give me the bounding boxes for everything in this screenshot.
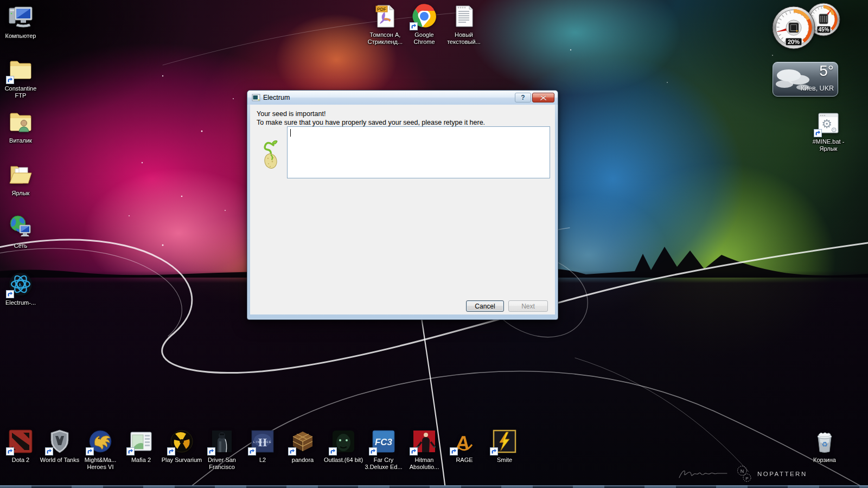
desktop-icon-driver-san-francisco[interactable]: Driver San Francisco bbox=[201, 428, 242, 471]
desktop-icon-yarlyk-folder[interactable]: Ярлык bbox=[0, 162, 41, 197]
monogram-n: N bbox=[741, 468, 744, 474]
desktop-icon-network[interactable]: Сеть bbox=[0, 214, 41, 249]
desktop-icon-label: Constantine FTP bbox=[0, 85, 41, 99]
close-icon bbox=[540, 95, 547, 101]
desktop-icon-vitalik[interactable]: Виталик bbox=[0, 109, 41, 144]
desktop-icon-label: Корзина bbox=[813, 457, 836, 464]
shortcut-arrow-icon bbox=[6, 290, 14, 298]
weather-location: Киев, UKR bbox=[801, 85, 834, 92]
shortcut-arrow-icon bbox=[248, 447, 256, 455]
cpu-gauge-gadget[interactable]: 20% bbox=[771, 5, 816, 50]
computer-icon bbox=[8, 4, 34, 30]
desktop-icon-google-chrome[interactable]: Google Chrome bbox=[404, 3, 445, 46]
shortcut-arrow-icon bbox=[814, 129, 822, 137]
desktop-icon-label: Google Chrome bbox=[404, 31, 445, 46]
desktop-icon-label: Electrum-... bbox=[5, 299, 36, 306]
desktop-icon-label: Mafia 2 bbox=[131, 457, 151, 464]
next-button[interactable]: Next bbox=[508, 300, 548, 312]
help-button[interactable]: ? bbox=[515, 93, 531, 102]
desktop-icon-new-text-document[interactable]: Новый текстовый... bbox=[443, 3, 484, 46]
svg-text:PDF: PDF bbox=[377, 7, 386, 12]
recycle-bin-icon: ♻ bbox=[812, 428, 838, 454]
shortcut-arrow-icon bbox=[288, 447, 296, 455]
taskbar-edge[interactable] bbox=[0, 485, 868, 488]
desktop-icon-label: Play Survarium bbox=[162, 457, 202, 464]
shortcut-arrow-icon bbox=[410, 447, 418, 455]
desktop-icon-hitman-absolution[interactable]: Hitman Absolutio... bbox=[404, 428, 445, 471]
desktop-icon-far-cry-3[interactable]: FC3Far Cry 3.Deluxe Ed... bbox=[363, 428, 404, 471]
desktop-icon-pdf-document[interactable]: PDFТомпсон А, Стрикленд... bbox=[365, 3, 406, 46]
artist-signature bbox=[677, 467, 731, 481]
desktop-icon-label: Outlast.(64 bit) bbox=[324, 457, 363, 464]
desktop-icon-label: Hitman Absolutio... bbox=[404, 457, 445, 471]
svg-text:Ł: Ł bbox=[19, 282, 22, 287]
shortcut-arrow-icon bbox=[6, 76, 14, 84]
desktop-icon-play-survarium[interactable]: Play Survarium bbox=[161, 428, 202, 464]
seed-input[interactable] bbox=[287, 126, 550, 178]
cpu-percent: 20% bbox=[788, 38, 800, 45]
dialog-client-area: Your seed is important! To make sure tha… bbox=[250, 105, 555, 314]
play-survarium-icon bbox=[169, 428, 195, 454]
desktop-icon-label: Новый текстовый... bbox=[443, 31, 484, 46]
desktop-icon-outlast[interactable]: Outlast.(64 bit) bbox=[323, 428, 364, 464]
dialog-title: Electrum bbox=[263, 94, 514, 101]
driver-san-francisco-icon bbox=[209, 428, 235, 454]
desktop-icon-world-of-tanks[interactable]: World of Tanks bbox=[39, 428, 80, 464]
cancel-button[interactable]: Cancel bbox=[466, 300, 504, 312]
seed-sprout-icon bbox=[261, 138, 284, 170]
desktop-icon-heroes-vi[interactable]: Might&Ma... Heroes VI bbox=[80, 428, 121, 471]
weather-gadget[interactable]: 5° Киев, UKR bbox=[773, 62, 838, 97]
world-of-tanks-icon bbox=[47, 428, 73, 454]
shortcut-arrow-icon bbox=[329, 447, 337, 455]
vitalik-icon bbox=[8, 109, 34, 135]
electrum-dialog: Electrum ? Your seed is important! To ma… bbox=[247, 90, 558, 320]
shortcut-arrow-icon bbox=[450, 447, 458, 455]
mine-bat-icon: ⚙⚙ bbox=[815, 110, 841, 136]
desktop-icon-label: Ярлык bbox=[12, 190, 30, 197]
electrum-window-icon bbox=[252, 93, 260, 102]
dialog-titlebar[interactable]: Electrum ? bbox=[247, 91, 558, 105]
outlast-icon bbox=[330, 428, 356, 454]
desktop-icon-l2[interactable]: IILINEAGEL2 bbox=[242, 428, 283, 464]
heroes-vi-icon bbox=[87, 428, 113, 454]
new-text-document-icon bbox=[451, 3, 477, 29]
desktop-icon-computer[interactable]: Компьютер bbox=[0, 4, 41, 40]
desktop-icon-mafia-2[interactable]: Mafia 2 bbox=[120, 428, 162, 464]
ram-percent: 45% bbox=[818, 27, 829, 33]
shortcut-arrow-icon bbox=[45, 447, 53, 455]
help-icon: ? bbox=[521, 94, 525, 101]
desktop-icon-label: Компьютер bbox=[5, 33, 36, 40]
desktop-icon-smite[interactable]: Smite bbox=[484, 428, 525, 464]
nopattern-brand: NOPATTERN bbox=[757, 471, 807, 477]
desktop-icon-label: Сеть bbox=[14, 242, 27, 249]
svg-text:⚙: ⚙ bbox=[831, 126, 837, 134]
nopattern-monogram-icon: N P bbox=[736, 465, 752, 483]
desktop-icon-label: Might&Ma... Heroes VI bbox=[80, 457, 121, 471]
desktop-icon-label: Smite bbox=[497, 457, 512, 464]
desktop-icon-label: Dota 2 bbox=[12, 457, 29, 464]
close-button[interactable] bbox=[532, 93, 554, 102]
seed-message-line2: To make sure that you have properly save… bbox=[257, 118, 555, 127]
wallpaper-watermark: N P NOPATTERN bbox=[677, 465, 807, 483]
shortcut-arrow-icon bbox=[490, 447, 498, 455]
desktop-icon-mine-bat[interactable]: ⚙⚙#MINE.bat - Ярлык bbox=[808, 110, 849, 152]
desktop-icon-constantine-ftp[interactable]: Constantine FTP bbox=[0, 57, 41, 99]
desktop-icon-pandora[interactable]: pandora bbox=[282, 428, 323, 464]
desktop-icon-label: pandora bbox=[292, 457, 314, 464]
shortcut-arrow-icon bbox=[167, 447, 175, 455]
pandora-icon bbox=[290, 428, 316, 454]
desktop-icon-dota-2[interactable]: Dota 2 bbox=[0, 428, 41, 464]
weather-temperature: 5° bbox=[819, 62, 834, 80]
desktop-icon-electrum-shortcut[interactable]: ŁElectrum-... bbox=[0, 271, 41, 306]
svg-text:FC3: FC3 bbox=[375, 437, 393, 447]
constantine-ftp-icon bbox=[8, 57, 34, 83]
svg-text:♻: ♻ bbox=[821, 440, 828, 448]
desktop-icon-rage[interactable]: ARAGE bbox=[444, 428, 485, 464]
shortcut-arrow-icon bbox=[369, 447, 377, 455]
electrum-shortcut-icon: Ł bbox=[8, 271, 34, 297]
desktop-icon-recycle-bin[interactable]: ♻Корзина bbox=[804, 428, 845, 464]
desktop[interactable]: КомпьютерConstantine FTPВиталикЯрлыкСеть… bbox=[0, 0, 868, 488]
desktop-icon-label: #MINE.bat - Ярлык bbox=[808, 138, 849, 152]
shortcut-arrow-icon bbox=[126, 447, 135, 455]
far-cry-3-icon: FC3 bbox=[371, 428, 397, 454]
